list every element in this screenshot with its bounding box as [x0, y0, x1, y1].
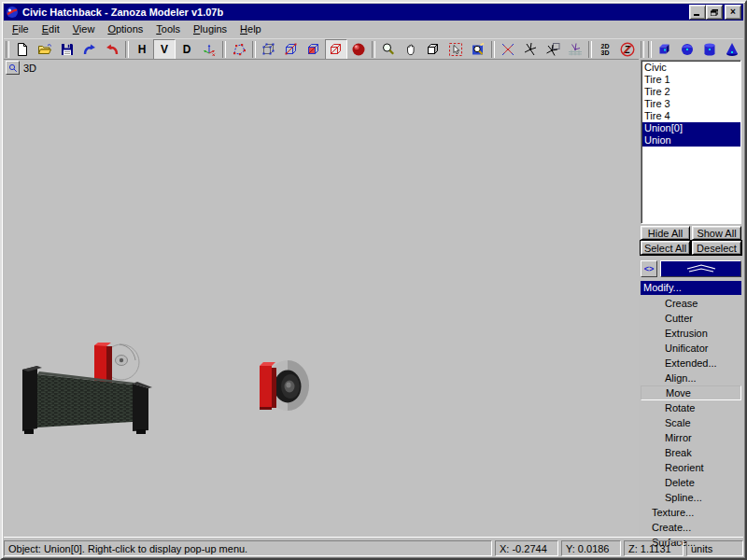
- menu-item-crease[interactable]: Crease: [641, 296, 741, 311]
- mode-faces-button[interactable]: [303, 39, 325, 60]
- panel-collapse-button[interactable]: [660, 260, 741, 277]
- menu-item-spline[interactable]: Spline...: [641, 490, 741, 505]
- edit-vertices-icon: [232, 42, 247, 57]
- axes-gizmo-button[interactable]: [198, 39, 220, 60]
- zoom-button[interactable]: [377, 39, 400, 60]
- menu-item-reorient[interactable]: Reorient: [641, 460, 741, 475]
- pan-hand-icon: [403, 42, 418, 57]
- menu-item-extended[interactable]: Extended...: [641, 356, 741, 371]
- radiator-model[interactable]: [15, 335, 162, 436]
- h-toggle-button[interactable]: H: [131, 39, 153, 60]
- d-toggle-button[interactable]: D: [176, 39, 198, 60]
- mode-vertices-button[interactable]: [258, 39, 280, 60]
- menu-item-move[interactable]: Move: [641, 385, 741, 400]
- axis-grid-button[interactable]: [564, 39, 586, 60]
- menu-options[interactable]: Options: [101, 21, 149, 37]
- menu-item-unificator[interactable]: Unificator: [641, 341, 741, 356]
- save-button[interactable]: [56, 39, 78, 60]
- status-units: units: [686, 540, 743, 556]
- menu-file[interactable]: File: [6, 21, 35, 37]
- primitive-cone-icon: [725, 42, 740, 57]
- object-list-item-tire4[interactable]: Tire 4: [642, 110, 740, 122]
- menu-item-break[interactable]: Break: [641, 445, 741, 460]
- primitive-sphere-button[interactable]: [676, 39, 698, 60]
- toolbar-separator: [491, 41, 495, 58]
- status-x-coordinate: X: -0.2744: [495, 540, 558, 556]
- material-sphere-button[interactable]: [347, 39, 370, 60]
- swap-icon: <>: [644, 264, 655, 273]
- v-toggle-button[interactable]: V: [153, 39, 176, 60]
- pan-button[interactable]: [400, 39, 422, 60]
- restore-icon: [711, 9, 718, 16]
- panel-swap-button[interactable]: <>: [641, 260, 657, 277]
- toolbar-separator: [6, 41, 9, 58]
- object-list-item-union0[interactable]: Union[0]: [642, 122, 740, 134]
- object-list-item-tire2[interactable]: Tire 2: [642, 86, 740, 98]
- axis-weld-icon: [500, 42, 515, 57]
- axis-box-button[interactable]: [542, 39, 564, 60]
- new-file-button[interactable]: [11, 39, 34, 60]
- undo-button[interactable]: [101, 39, 123, 60]
- select-object-button[interactable]: [444, 39, 467, 60]
- primitive-cone-button[interactable]: [721, 39, 743, 60]
- menu-item-scale[interactable]: Scale: [641, 415, 741, 430]
- viewport-zoom-button[interactable]: [6, 61, 20, 75]
- object-list-item-union[interactable]: Union: [642, 134, 740, 147]
- menu-edit[interactable]: Edit: [35, 21, 66, 37]
- status-message: Object: Union[0]. Right-click to display…: [4, 540, 492, 556]
- toggle-2d3d-button[interactable]: 2D3D: [594, 39, 616, 60]
- title-bar[interactable]: Civic Hatchback - Zanoza Modeler v1.07b …: [4, 4, 743, 21]
- menu-help[interactable]: Help: [233, 21, 268, 37]
- object-list-item-civic[interactable]: Civic: [642, 62, 740, 74]
- redo-button[interactable]: [78, 39, 101, 60]
- open-file-button[interactable]: [34, 39, 56, 60]
- window-title: Civic Hatchback - Zanoza Modeler v1.07b: [22, 7, 689, 18]
- mode-edges-button[interactable]: [280, 39, 303, 60]
- menu-view[interactable]: View: [66, 21, 102, 37]
- command-menu: Modify... Crease Cutter Extrusion Unific…: [641, 281, 741, 550]
- menu-plugins[interactable]: Plugins: [187, 21, 233, 37]
- zoom-magnifier-icon: [381, 42, 396, 57]
- menu-item-rotate[interactable]: Rotate: [641, 400, 741, 415]
- minimize-button[interactable]: [689, 5, 706, 20]
- view-cube-button[interactable]: [422, 39, 444, 60]
- close-icon: ×: [730, 7, 736, 17]
- object-list-item-tire3[interactable]: Tire 3: [642, 98, 740, 110]
- primitive-cylinder-icon: [702, 42, 717, 57]
- menu-item-align[interactable]: Align...: [641, 371, 741, 385]
- select-all-button[interactable]: Select All: [641, 241, 690, 255]
- toggle-2d3d-icon: 2D3D: [601, 43, 610, 56]
- menu-item-delete[interactable]: Delete: [641, 475, 741, 490]
- menu-section-texture[interactable]: Texture...: [641, 505, 741, 520]
- deselect-button[interactable]: Deselect: [692, 241, 741, 255]
- brake-disc-model[interactable]: [250, 351, 314, 424]
- menu-section-create[interactable]: Create...: [641, 520, 741, 535]
- edit-vertices-button[interactable]: [228, 39, 250, 60]
- axis-grid-icon: [568, 42, 583, 57]
- viewport-3d[interactable]: 3D: [4, 59, 639, 536]
- menu-item-extrusion[interactable]: Extrusion: [641, 326, 741, 341]
- menu-tools[interactable]: Tools: [149, 21, 187, 37]
- object-list[interactable]: Civic Tire 1 Tire 2 Tire 3 Tire 4 Union[…: [641, 60, 741, 224]
- toolbar-separator: [648, 41, 652, 58]
- brake-caliper[interactable]: [260, 362, 276, 410]
- axis-star-icon: [523, 42, 538, 57]
- menu-item-mirror[interactable]: Mirror: [641, 430, 741, 445]
- mode-objects-button[interactable]: [325, 39, 347, 60]
- menu-section-modify[interactable]: Modify...: [641, 281, 741, 295]
- object-list-item-tire1[interactable]: Tire 1: [642, 74, 740, 86]
- select-object-icon: [448, 42, 463, 57]
- toolbar-separator: [372, 41, 375, 58]
- show-all-button[interactable]: Show All: [692, 226, 741, 240]
- close-button[interactable]: ×: [725, 5, 741, 20]
- disable-z-button[interactable]: Z: [616, 39, 639, 60]
- primitive-cube-button[interactable]: [654, 39, 676, 60]
- zoom-object-button[interactable]: [467, 39, 489, 60]
- axis-weld-button[interactable]: [497, 39, 519, 60]
- primitive-cylinder-button[interactable]: [698, 39, 721, 60]
- axis-star-button[interactable]: [519, 39, 542, 60]
- menu-item-cutter[interactable]: Cutter: [641, 311, 741, 326]
- restore-button[interactable]: [706, 5, 723, 20]
- primitive-torus-button[interactable]: [743, 39, 747, 60]
- hide-all-button[interactable]: Hide All: [641, 226, 690, 240]
